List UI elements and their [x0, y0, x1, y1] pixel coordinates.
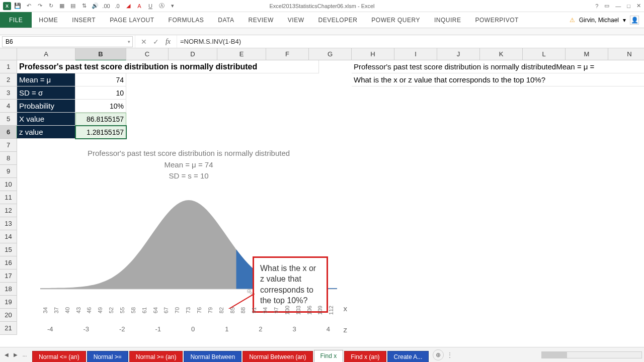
- ribbon-tab-home[interactable]: HOME: [32, 12, 65, 28]
- cell-B2[interactable]: 74: [75, 73, 126, 86]
- repeat-icon[interactable]: ↻: [46, 2, 55, 11]
- row-header-7[interactable]: 7: [0, 139, 17, 152]
- column-header-L[interactable]: L: [523, 48, 566, 60]
- fx-icon[interactable]: fx: [164, 38, 173, 46]
- ribbon-tab-power-query[interactable]: POWER QUERY: [364, 12, 427, 28]
- row-header-11[interactable]: 11: [0, 191, 17, 204]
- column-header-F[interactable]: F: [266, 48, 309, 60]
- ribbon-tab-powerpivot[interactable]: POWERPIVOT: [468, 12, 526, 28]
- maximize-icon[interactable]: □: [627, 3, 630, 9]
- fill-color-icon[interactable]: ◢: [124, 2, 133, 11]
- ribbon-tab-formulas[interactable]: FORMULAS: [162, 12, 211, 28]
- save-icon[interactable]: 💾: [13, 2, 22, 11]
- formula-input[interactable]: =NORM.S.INV(1-B4): [177, 38, 644, 45]
- row-header-9[interactable]: 9: [0, 165, 17, 178]
- sheet-tab-normal-between-an-[interactable]: Normal Between (an): [243, 351, 312, 362]
- horizontal-scrollbar[interactable]: [541, 351, 642, 358]
- help-icon[interactable]: ?: [595, 3, 598, 9]
- cell-B5[interactable]: 86.8155157: [75, 113, 126, 126]
- column-header-K[interactable]: K: [480, 48, 523, 60]
- close-icon[interactable]: ✕: [636, 3, 641, 9]
- row-header-15[interactable]: 15: [0, 243, 17, 256]
- row-header-14[interactable]: 14: [0, 230, 17, 243]
- sheet-nav-first-icon[interactable]: ◀: [2, 352, 11, 357]
- add-sheet-button[interactable]: ⊕: [433, 349, 444, 360]
- column-header-C[interactable]: C: [126, 48, 169, 60]
- cell-H2[interactable]: What is the x or z value that correspond…: [352, 73, 644, 86]
- cell-B6[interactable]: 1.28155157: [75, 126, 126, 139]
- sheet-tab-create-a-[interactable]: Create A...: [387, 351, 429, 362]
- font-color-icon[interactable]: A: [135, 2, 144, 11]
- grid-icon[interactable]: ▦: [57, 2, 66, 11]
- format-painter-icon[interactable]: Ⓐ: [157, 2, 166, 11]
- ribbon-tab-review[interactable]: REVIEW: [241, 12, 280, 28]
- tab-scroll-icon[interactable]: ⋮: [447, 351, 453, 358]
- grid[interactable]: ABCDEFGHIJKLMN 1234567891011121314151617…: [0, 48, 644, 347]
- decimal-dec-icon[interactable]: .0: [113, 2, 122, 11]
- ribbon-tab-page-layout[interactable]: PAGE LAYOUT: [103, 12, 161, 28]
- sheet-tab-find-x[interactable]: Find x: [314, 350, 344, 362]
- ribbon-tab-data[interactable]: DATA: [211, 12, 241, 28]
- column-header-A[interactable]: A: [17, 48, 75, 60]
- sheet-tab-normal-[interactable]: Normal >=: [87, 351, 128, 362]
- sheet-nav-last-icon[interactable]: ▶: [11, 352, 20, 357]
- cell-A1[interactable]: Professor's past test score distribution…: [17, 60, 319, 73]
- sheet-ellipsis[interactable]: ...: [20, 352, 29, 357]
- avatar-icon[interactable]: 👤: [630, 16, 639, 25]
- cell-A3[interactable]: SD = σ: [17, 86, 75, 100]
- cell-H1[interactable]: Professor's past test score distribution…: [352, 60, 644, 73]
- row-header-3[interactable]: 3: [0, 86, 17, 100]
- underline-icon[interactable]: U: [146, 2, 155, 11]
- embedded-chart[interactable]: Professor's past test score distribution…: [30, 144, 347, 335]
- row-header-1[interactable]: 1: [0, 60, 17, 73]
- row-header-10[interactable]: 10: [0, 178, 17, 191]
- ribbon-tab-inquire[interactable]: INQUIRE: [427, 12, 468, 28]
- column-header-M[interactable]: M: [566, 48, 608, 60]
- redo-icon[interactable]: ↷: [35, 2, 44, 11]
- user-area[interactable]: ⚠ Girvin, Michael ▾ 👤: [570, 12, 644, 28]
- column-header-E[interactable]: E: [217, 48, 266, 60]
- enter-formula-icon[interactable]: ✓: [151, 38, 160, 46]
- sheet-tab-normal-between[interactable]: Normal Between: [184, 351, 242, 362]
- row-header-5[interactable]: 5: [0, 113, 17, 126]
- column-header-N[interactable]: N: [608, 48, 644, 60]
- row-header-8[interactable]: 8: [0, 152, 17, 165]
- cell-A2[interactable]: Mean = μ: [17, 73, 75, 86]
- speak-icon[interactable]: 🔊: [91, 2, 100, 11]
- file-tab[interactable]: FILE: [0, 12, 32, 28]
- sheet-tab-normal-an-[interactable]: Normal >= (an): [129, 351, 183, 362]
- cell-A6[interactable]: z value: [17, 126, 75, 139]
- ribbon-tab-insert[interactable]: INSERT: [65, 12, 103, 28]
- decimal-inc-icon[interactable]: .00: [102, 2, 111, 11]
- sheet-tab-find-x-an-[interactable]: Find x (an): [344, 351, 386, 362]
- cell-A5[interactable]: X value: [17, 113, 75, 126]
- column-header-G[interactable]: G: [309, 48, 352, 60]
- user-dropdown-icon[interactable]: ▾: [623, 17, 626, 24]
- select-all-corner[interactable]: [0, 48, 17, 60]
- cell-B4[interactable]: 10%: [75, 100, 126, 113]
- row-header-2[interactable]: 2: [0, 73, 17, 86]
- cancel-formula-icon[interactable]: ✕: [139, 38, 148, 46]
- column-header-D[interactable]: D: [169, 48, 217, 60]
- row-header-17[interactable]: 17: [0, 269, 17, 283]
- name-box[interactable]: B6: [2, 36, 133, 47]
- cell-A4[interactable]: Probability: [17, 100, 75, 113]
- row-header-6[interactable]: 6: [0, 126, 17, 139]
- ribbon-tab-view[interactable]: VIEW: [281, 12, 311, 28]
- column-header-B[interactable]: B: [75, 48, 126, 60]
- sort-asc-icon[interactable]: ⇅: [79, 2, 89, 11]
- column-header-H[interactable]: H: [352, 48, 394, 60]
- row-header-20[interactable]: 20: [0, 309, 17, 322]
- undo-icon[interactable]: ↶: [24, 2, 33, 11]
- row-header-18[interactable]: 18: [0, 283, 17, 296]
- minimize-icon[interactable]: —: [615, 3, 621, 9]
- customize-qat-icon[interactable]: ▾: [168, 2, 177, 11]
- row-header-19[interactable]: 19: [0, 296, 17, 309]
- ribbon-collapse-icon[interactable]: ▭: [604, 3, 609, 9]
- freeze-icon[interactable]: ▤: [68, 2, 77, 11]
- ribbon-tab-developer[interactable]: DEVELOPER: [311, 12, 365, 28]
- row-header-13[interactable]: 13: [0, 217, 17, 230]
- column-header-I[interactable]: I: [394, 48, 437, 60]
- cell-B3[interactable]: 10: [75, 86, 126, 100]
- row-header-12[interactable]: 12: [0, 204, 17, 217]
